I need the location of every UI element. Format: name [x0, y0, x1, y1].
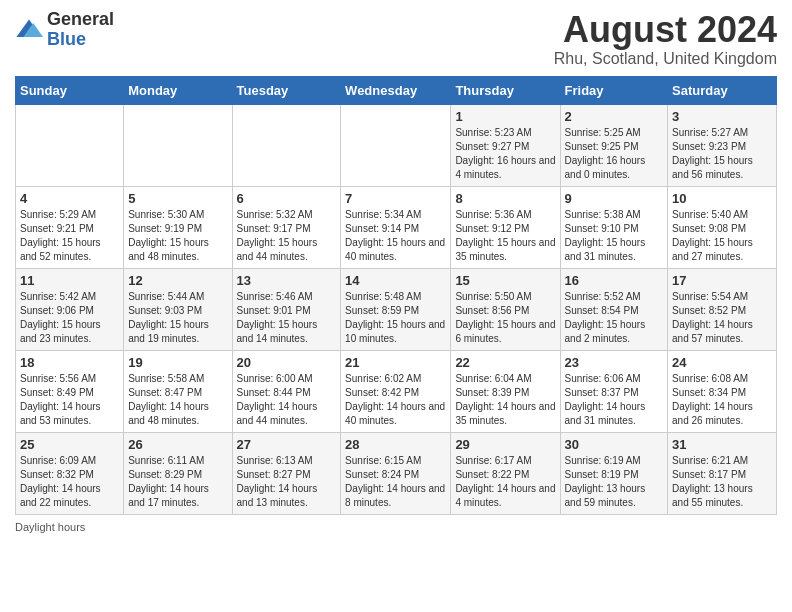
day-number: 22	[455, 355, 555, 370]
day-number: 14	[345, 273, 446, 288]
main-title: August 2024	[554, 10, 777, 50]
day-cell: 15Sunrise: 5:50 AM Sunset: 8:56 PM Dayli…	[451, 268, 560, 350]
day-info: Sunrise: 5:46 AM Sunset: 9:01 PM Dayligh…	[237, 290, 337, 346]
day-cell: 5Sunrise: 5:30 AM Sunset: 9:19 PM Daylig…	[124, 186, 232, 268]
day-cell: 20Sunrise: 6:00 AM Sunset: 8:44 PM Dayli…	[232, 350, 341, 432]
day-cell	[341, 104, 451, 186]
week-row-4: 18Sunrise: 5:56 AM Sunset: 8:49 PM Dayli…	[16, 350, 777, 432]
subtitle: Rhu, Scotland, United Kingdom	[554, 50, 777, 68]
header-cell-monday: Monday	[124, 76, 232, 104]
footer: Daylight hours	[15, 521, 777, 533]
day-info: Sunrise: 5:38 AM Sunset: 9:10 PM Dayligh…	[565, 208, 664, 264]
day-number: 15	[455, 273, 555, 288]
day-number: 13	[237, 273, 337, 288]
day-number: 8	[455, 191, 555, 206]
header-cell-wednesday: Wednesday	[341, 76, 451, 104]
day-number: 27	[237, 437, 337, 452]
day-cell: 6Sunrise: 5:32 AM Sunset: 9:17 PM Daylig…	[232, 186, 341, 268]
day-number: 25	[20, 437, 119, 452]
header-cell-saturday: Saturday	[668, 76, 777, 104]
day-info: Sunrise: 6:00 AM Sunset: 8:44 PM Dayligh…	[237, 372, 337, 428]
day-info: Sunrise: 5:54 AM Sunset: 8:52 PM Dayligh…	[672, 290, 772, 346]
day-number: 9	[565, 191, 664, 206]
day-info: Sunrise: 5:27 AM Sunset: 9:23 PM Dayligh…	[672, 126, 772, 182]
day-cell: 16Sunrise: 5:52 AM Sunset: 8:54 PM Dayli…	[560, 268, 668, 350]
daylight-label: Daylight hours	[15, 521, 85, 533]
day-number: 21	[345, 355, 446, 370]
day-cell	[232, 104, 341, 186]
day-cell: 23Sunrise: 6:06 AM Sunset: 8:37 PM Dayli…	[560, 350, 668, 432]
header-cell-friday: Friday	[560, 76, 668, 104]
day-number: 1	[455, 109, 555, 124]
day-info: Sunrise: 6:19 AM Sunset: 8:19 PM Dayligh…	[565, 454, 664, 510]
logo-line1: General	[47, 10, 114, 30]
day-cell: 13Sunrise: 5:46 AM Sunset: 9:01 PM Dayli…	[232, 268, 341, 350]
logo: General Blue	[15, 10, 114, 50]
day-number: 11	[20, 273, 119, 288]
logo-text: General Blue	[47, 10, 114, 50]
day-cell: 25Sunrise: 6:09 AM Sunset: 8:32 PM Dayli…	[16, 432, 124, 514]
header-cell-tuesday: Tuesday	[232, 76, 341, 104]
day-info: Sunrise: 6:17 AM Sunset: 8:22 PM Dayligh…	[455, 454, 555, 510]
page-header: General Blue August 2024 Rhu, Scotland, …	[15, 10, 777, 68]
day-number: 30	[565, 437, 664, 452]
day-number: 3	[672, 109, 772, 124]
day-info: Sunrise: 6:04 AM Sunset: 8:39 PM Dayligh…	[455, 372, 555, 428]
day-cell: 10Sunrise: 5:40 AM Sunset: 9:08 PM Dayli…	[668, 186, 777, 268]
day-info: Sunrise: 6:15 AM Sunset: 8:24 PM Dayligh…	[345, 454, 446, 510]
day-info: Sunrise: 5:42 AM Sunset: 9:06 PM Dayligh…	[20, 290, 119, 346]
header-row: SundayMondayTuesdayWednesdayThursdayFrid…	[16, 76, 777, 104]
day-info: Sunrise: 5:32 AM Sunset: 9:17 PM Dayligh…	[237, 208, 337, 264]
day-info: Sunrise: 5:56 AM Sunset: 8:49 PM Dayligh…	[20, 372, 119, 428]
day-number: 18	[20, 355, 119, 370]
day-info: Sunrise: 5:23 AM Sunset: 9:27 PM Dayligh…	[455, 126, 555, 182]
day-cell: 2Sunrise: 5:25 AM Sunset: 9:25 PM Daylig…	[560, 104, 668, 186]
day-info: Sunrise: 5:52 AM Sunset: 8:54 PM Dayligh…	[565, 290, 664, 346]
day-info: Sunrise: 6:09 AM Sunset: 8:32 PM Dayligh…	[20, 454, 119, 510]
day-number: 6	[237, 191, 337, 206]
day-cell: 30Sunrise: 6:19 AM Sunset: 8:19 PM Dayli…	[560, 432, 668, 514]
day-info: Sunrise: 5:29 AM Sunset: 9:21 PM Dayligh…	[20, 208, 119, 264]
day-info: Sunrise: 5:44 AM Sunset: 9:03 PM Dayligh…	[128, 290, 227, 346]
day-cell: 3Sunrise: 5:27 AM Sunset: 9:23 PM Daylig…	[668, 104, 777, 186]
day-info: Sunrise: 6:11 AM Sunset: 8:29 PM Dayligh…	[128, 454, 227, 510]
title-block: August 2024 Rhu, Scotland, United Kingdo…	[554, 10, 777, 68]
day-number: 7	[345, 191, 446, 206]
calendar-body: 1Sunrise: 5:23 AM Sunset: 9:27 PM Daylig…	[16, 104, 777, 514]
day-number: 2	[565, 109, 664, 124]
logo-icon	[15, 16, 43, 44]
day-cell	[16, 104, 124, 186]
day-number: 29	[455, 437, 555, 452]
day-info: Sunrise: 5:25 AM Sunset: 9:25 PM Dayligh…	[565, 126, 664, 182]
day-number: 19	[128, 355, 227, 370]
day-cell: 27Sunrise: 6:13 AM Sunset: 8:27 PM Dayli…	[232, 432, 341, 514]
day-cell: 1Sunrise: 5:23 AM Sunset: 9:27 PM Daylig…	[451, 104, 560, 186]
day-info: Sunrise: 5:50 AM Sunset: 8:56 PM Dayligh…	[455, 290, 555, 346]
day-cell: 26Sunrise: 6:11 AM Sunset: 8:29 PM Dayli…	[124, 432, 232, 514]
day-number: 26	[128, 437, 227, 452]
day-cell: 9Sunrise: 5:38 AM Sunset: 9:10 PM Daylig…	[560, 186, 668, 268]
day-number: 4	[20, 191, 119, 206]
day-cell: 24Sunrise: 6:08 AM Sunset: 8:34 PM Dayli…	[668, 350, 777, 432]
header-cell-sunday: Sunday	[16, 76, 124, 104]
day-info: Sunrise: 5:30 AM Sunset: 9:19 PM Dayligh…	[128, 208, 227, 264]
day-cell: 31Sunrise: 6:21 AM Sunset: 8:17 PM Dayli…	[668, 432, 777, 514]
day-info: Sunrise: 6:13 AM Sunset: 8:27 PM Dayligh…	[237, 454, 337, 510]
day-info: Sunrise: 5:40 AM Sunset: 9:08 PM Dayligh…	[672, 208, 772, 264]
day-number: 23	[565, 355, 664, 370]
day-number: 12	[128, 273, 227, 288]
day-number: 10	[672, 191, 772, 206]
day-info: Sunrise: 6:08 AM Sunset: 8:34 PM Dayligh…	[672, 372, 772, 428]
day-number: 5	[128, 191, 227, 206]
day-number: 31	[672, 437, 772, 452]
day-cell: 29Sunrise: 6:17 AM Sunset: 8:22 PM Dayli…	[451, 432, 560, 514]
day-number: 20	[237, 355, 337, 370]
day-cell: 12Sunrise: 5:44 AM Sunset: 9:03 PM Dayli…	[124, 268, 232, 350]
day-cell: 22Sunrise: 6:04 AM Sunset: 8:39 PM Dayli…	[451, 350, 560, 432]
day-cell: 4Sunrise: 5:29 AM Sunset: 9:21 PM Daylig…	[16, 186, 124, 268]
day-cell: 11Sunrise: 5:42 AM Sunset: 9:06 PM Dayli…	[16, 268, 124, 350]
day-info: Sunrise: 6:06 AM Sunset: 8:37 PM Dayligh…	[565, 372, 664, 428]
day-number: 16	[565, 273, 664, 288]
day-info: Sunrise: 5:36 AM Sunset: 9:12 PM Dayligh…	[455, 208, 555, 264]
day-cell: 17Sunrise: 5:54 AM Sunset: 8:52 PM Dayli…	[668, 268, 777, 350]
